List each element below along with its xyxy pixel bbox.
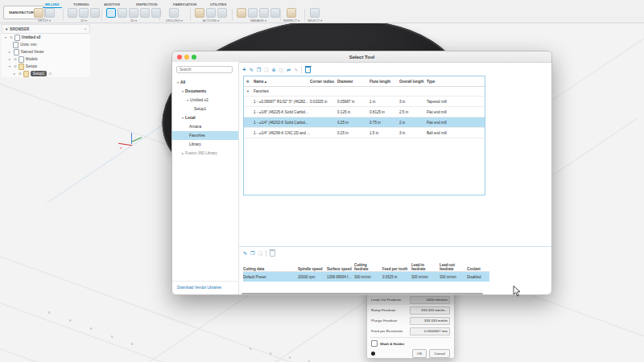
edit-tool-icon[interactable]: ✎ (250, 68, 254, 72)
visibility-icon[interactable]: ⊙ (14, 64, 17, 68)
tool-row[interactable]: 1 - ⌀0.05687" R1/32" 5° (46282... 0.0332… (244, 97, 485, 107)
tree-item-library[interactable]: Library (172, 140, 238, 149)
col-diameter[interactable]: Diameter (337, 80, 369, 84)
tool-row[interactable]: 1 - ⌀1/4" (46296-K CNC 2D and ... 0.25 i… (244, 128, 485, 138)
library-link-icon[interactable]: ◫ (279, 68, 284, 72)
simulate-icon[interactable] (206, 8, 216, 18)
paste-preset-icon[interactable]: ❏ (258, 251, 262, 256)
ramp-feedrate-field[interactable]: 333.333 mm/m... (410, 306, 450, 315)
tree-item-untitled-v2[interactable]: ▾Untitled v2 (172, 96, 238, 105)
browser-item-models[interactable]: ▸⊙ Models (2, 56, 90, 63)
dialog-titlebar[interactable]: Select Tool (172, 51, 551, 63)
sort-asc-icon: ▴ (265, 80, 266, 84)
col-type[interactable]: Type (427, 80, 485, 84)
browser-item-document[interactable]: ▾⊙ Untitled v2 (2, 34, 90, 41)
collapse-icon[interactable]: ▾ (6, 27, 7, 31)
setup-icon[interactable] (34, 8, 43, 18)
duplicate-tool-icon[interactable]: ❐ (257, 68, 261, 72)
adaptive-clearing-icon[interactable] (106, 8, 116, 18)
search-input[interactable] (176, 66, 233, 73)
col-flute-length[interactable]: Flute length (369, 80, 399, 84)
compare-update-icon[interactable]: ⇄ (287, 68, 291, 72)
2d-adaptive-icon[interactable] (90, 8, 100, 18)
group-3d: 3D▾ (106, 8, 161, 23)
cutting-preset-row[interactable]: Default Preset 20000 rpm 1308.99694 f...… (243, 272, 489, 282)
ok-button[interactable]: OK (412, 349, 427, 358)
feed-per-revolution-field[interactable]: 0.0666667 mm (410, 327, 450, 335)
group-row-favorites[interactable]: ▾ Favorites (244, 87, 485, 97)
collapse-icon[interactable]: ▾ (244, 89, 254, 93)
tab-fabrication[interactable]: FABRICATION (171, 1, 199, 7)
tree-item-local[interactable]: ▾Local (172, 113, 238, 122)
info-icon[interactable] (371, 352, 375, 356)
visibility-icon[interactable]: ⊙ (19, 72, 22, 76)
tab-additive[interactable]: ADDITIVE (101, 1, 122, 7)
cancel-button[interactable]: Cancel (429, 349, 450, 358)
pocket-clearing-icon[interactable] (118, 8, 127, 18)
visibility-icon[interactable]: ⊙ (14, 57, 17, 61)
tab-utilities[interactable]: UTILITIES (208, 1, 229, 7)
col-overall-length[interactable]: Overall length (399, 80, 427, 84)
options-icon[interactable]: ● (85, 27, 86, 31)
select-arrow-icon[interactable] (310, 8, 320, 18)
close-window-icon[interactable] (177, 55, 182, 60)
tree-item-documents[interactable]: ▾Documents (172, 87, 238, 96)
numbered-folder-icon[interactable] (45, 8, 55, 18)
tree-item-favorites[interactable]: Favorites (172, 131, 238, 140)
task-manager-icon[interactable] (270, 8, 280, 18)
tool-toolbar: + ✎ ❐ ❏ ⊕ ◫ ⇄ ✎ (242, 65, 311, 74)
tool-table-header: ✱ Name ▴ Corner radius Diameter Flute le… (244, 76, 485, 87)
shaft-holder-checkbox[interactable] (371, 340, 378, 347)
delete-preset-icon[interactable] (270, 250, 275, 257)
machine-library-icon[interactable] (248, 8, 258, 18)
browser-item-units[interactable]: Units: mm (2, 41, 90, 48)
cutting-data-table: Cutting data Spindle speed Surface speed… (243, 259, 489, 282)
paste-tool-icon[interactable]: ❏ (264, 68, 268, 72)
2d-pocket-icon[interactable] (68, 8, 77, 18)
maximize-window-icon[interactable] (192, 55, 196, 60)
post-process-icon[interactable] (217, 8, 227, 18)
2d-contour-icon[interactable] (79, 8, 89, 18)
add-tool-icon[interactable]: + (242, 67, 246, 73)
tab-inspection[interactable]: INSPECTION (134, 1, 159, 7)
scallop-icon[interactable] (140, 8, 150, 18)
plunge-feedrate-field[interactable]: 333.333 mm/m (410, 317, 450, 325)
lead-out-feedrate-field[interactable]: 1000 mm/min (410, 296, 450, 304)
measure-icon[interactable] (287, 8, 296, 18)
drill-icon[interactable] (169, 8, 179, 18)
tree-item-fusion-library[interactable]: ▸Fusion 360 Library (172, 149, 238, 158)
tool-library-icon[interactable] (237, 8, 246, 18)
chevron-down-icon: ▾ (135, 19, 137, 23)
browser-item-named-views[interactable]: ▸ Named Views (2, 48, 90, 56)
tree-item-setup1[interactable]: Setup1 (172, 105, 238, 113)
visibility-icon[interactable]: ⊙ (10, 35, 13, 39)
download-vendor-libraries-link[interactable]: Download Vendor Libraries (177, 286, 221, 290)
edit-preset-icon[interactable]: ✎ (243, 251, 247, 256)
tree-item-all[interactable]: ▾All (172, 78, 238, 87)
ribbon-toolbar: MANUFACTURE ▾ MILLING TURNING ADDITIVE I… (0, 0, 644, 23)
tool-row[interactable]: 1 - ⌀1/8" (46225-K Solid Carbid... 0.125… (244, 107, 485, 117)
minimize-window-icon[interactable] (184, 55, 189, 60)
parallel-icon[interactable] (129, 8, 138, 18)
tab-turning[interactable]: TURNING (71, 1, 92, 7)
templates-icon[interactable] (259, 8, 269, 18)
generate-icon[interactable] (195, 8, 204, 18)
tab-milling[interactable]: MILLING (43, 1, 62, 8)
browser-item-setups[interactable]: ▾⊙ Setups (2, 63, 90, 70)
col-name[interactable]: Name ▴ (254, 80, 310, 84)
models-icon (19, 56, 24, 63)
rename-icon[interactable]: ✎ (294, 68, 298, 72)
duplicate-preset-icon[interactable]: ❐ (250, 251, 254, 256)
gear-icon[interactable]: ✱ (244, 80, 254, 84)
col-corner-radius[interactable]: Corner radius (310, 80, 337, 84)
tree-item-amana[interactable]: Amana (172, 122, 238, 131)
expand-icon[interactable]: ▸ (9, 50, 12, 54)
delete-tool-icon[interactable] (305, 67, 311, 73)
horizontal-scrollbar[interactable] (242, 293, 483, 295)
setup1-chip[interactable]: Setup1 (31, 71, 47, 76)
tool-row-selected[interactable]: 1 - ⌀1/4" (46202-K Solid Carbid... 0.25 … (244, 117, 485, 128)
open-web-icon[interactable]: ⊕ (271, 68, 275, 72)
dialog-title: Select Tool (349, 55, 375, 60)
ramp-feedrate-label: Ramp Feedrate (371, 308, 396, 312)
browser-item-setup1[interactable]: ▸⊙ Setup1 ⊙ (2, 70, 90, 77)
